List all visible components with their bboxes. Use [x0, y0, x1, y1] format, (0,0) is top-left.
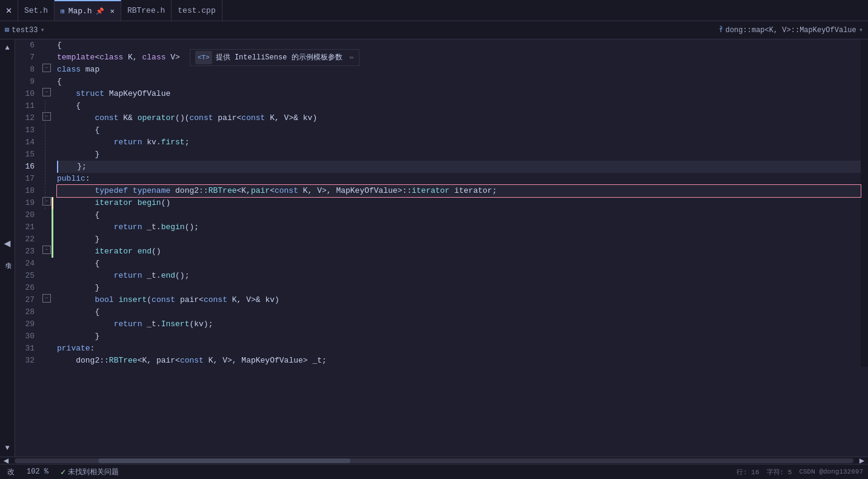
- code-line-14: return kv.first;: [57, 136, 861, 149]
- func-icon: f̄: [719, 26, 723, 34]
- mode-text: 改: [7, 467, 15, 477]
- nav-arrows: ▲ ◀ 个项 ▼: [0, 39, 15, 457]
- code-line-22: }: [57, 233, 861, 246]
- tab-test-cpp[interactable]: test.cpp: [172, 0, 222, 21]
- code-line-28: {: [57, 306, 861, 318]
- code-line-10: struct MapKeyOfValue: [57, 88, 861, 100]
- line-num-11: 11: [15, 100, 39, 112]
- line-num-6: 6: [15, 39, 39, 52]
- status-left: 改 102 % ✓ 未找到相关问题: [5, 467, 121, 477]
- line-num-22: 22: [15, 233, 39, 246]
- sidebar-label: 个项: [3, 257, 12, 260]
- cursor-char: 字符: 5: [767, 467, 792, 477]
- tab-bar: ✕ Set.h ⊞ Map.h 📌 ✕ RBTree.h test.cpp: [0, 0, 868, 21]
- line-num-14: 14: [15, 136, 39, 149]
- code-area: 6 7 8 9 10 11 12 13 14 15 16 17 18 19 20…: [15, 39, 868, 367]
- horizontal-scrollbar[interactable]: ◀ ▶: [0, 457, 868, 464]
- nav-up-arrow[interactable]: ▲: [0, 42, 15, 54]
- code-lines: { template<class K, class V> <T> 提供 Inte…: [55, 39, 861, 367]
- code-line-19: iterator begin(): [57, 197, 861, 209]
- breadcrumb-left: ⊞ test33 ▾: [5, 25, 716, 35]
- problem-status[interactable]: ✓ 未找到相关问题: [58, 467, 121, 477]
- line-num-10: 10: [15, 88, 39, 100]
- scroll-indicator[interactable]: [861, 39, 868, 367]
- close-icon[interactable]: ✕: [110, 7, 115, 16]
- line-num-9: 9: [15, 76, 39, 88]
- collapse-column: − − − − − −: [39, 39, 52, 367]
- sidebar-expand-icon[interactable]: ◀: [4, 236, 11, 250]
- file-icon: ⊞: [5, 25, 9, 35]
- line-num-27: 27: [15, 294, 39, 306]
- breadcrumb-right: f̄ dong::map<K, V>::MapKeyOfValue ▾: [719, 25, 863, 35]
- line-num-12: 12: [15, 112, 39, 124]
- code-line-20: {: [57, 209, 861, 221]
- code-line-17: public:: [57, 173, 861, 185]
- breadcrumb-bar: ⊞ test33 ▾ f̄ dong::map<K, V>::MapKeyOfV…: [0, 21, 868, 39]
- tab-label: Map.h: [68, 7, 92, 16]
- vline-struct2: [45, 124, 45, 161]
- cursor-position: 行: 16: [736, 467, 759, 477]
- line-num-16: 16: [15, 161, 39, 173]
- line-num-24: 24: [15, 258, 39, 270]
- zoom-control[interactable]: 102 %: [24, 467, 51, 476]
- change-bar-19: [52, 209, 53, 221]
- code-line-31: private:: [57, 343, 861, 355]
- check-icon: ✓: [61, 467, 65, 477]
- code-line-32: dong2::RBTree<K, pair<const K, V>, MapKe…: [57, 355, 861, 367]
- line-num-23: 23: [15, 246, 39, 258]
- main-content: ▲ ◀ 个项 ▼ 6 7 8 9 10 11 12 13 14 15 16 17: [0, 39, 868, 457]
- status-right: 行: 16 字符: 5 CSDN @dong132697: [736, 467, 863, 477]
- line-num-15: 15: [15, 149, 39, 161]
- code-editor[interactable]: 6 7 8 9 10 11 12 13 14 15 16 17 18 19 20…: [15, 39, 868, 457]
- tab-label: test.cpp: [178, 6, 215, 15]
- line-num-17: 17: [15, 173, 39, 185]
- line-num-13: 13: [15, 124, 39, 136]
- zoom-value: 102 %: [27, 467, 48, 476]
- tab-rbtree-h[interactable]: RBTree.h: [121, 0, 172, 21]
- breadcrumb-function[interactable]: dong::map<K, V>::MapKeyOfValue: [726, 26, 856, 35]
- code-line-18: typedef typename dong2::RBTree<K,pair<co…: [57, 185, 861, 197]
- code-line-29: return _t.Insert(kv);: [57, 318, 861, 330]
- status-bar: 改 102 % ✓ 未找到相关问题 行: 16 字符: 5 CSDN @dong…: [0, 464, 868, 479]
- change-bar-20: [52, 221, 53, 233]
- line-num-7: 7: [15, 52, 39, 64]
- line-num-29: 29: [15, 318, 39, 330]
- line-num-26: 26: [15, 282, 39, 294]
- code-line-21: return _t.begin();: [57, 221, 861, 233]
- code-line-26: }: [57, 282, 861, 294]
- nav-down-arrow[interactable]: ▼: [0, 442, 15, 454]
- mode-indicator[interactable]: 改: [5, 467, 17, 477]
- pencil-icon[interactable]: ✏: [350, 52, 355, 64]
- code-line-16: };: [57, 161, 861, 173]
- breadcrumb-item-test33[interactable]: test33: [12, 26, 38, 35]
- code-line-6: {: [57, 39, 861, 52]
- code-line-12: const K& operator()(const pair<const K, …: [57, 112, 861, 124]
- tab-map-h[interactable]: ⊞ Map.h 📌 ✕: [55, 0, 121, 21]
- scroll-track[interactable]: [15, 458, 853, 463]
- tab-label: Set.h: [24, 6, 48, 15]
- code-line-13: {: [57, 124, 861, 136]
- pin-icon: 📌: [96, 7, 104, 15]
- code-line-25: return _t.end();: [57, 270, 861, 282]
- tip-tag: <T>: [195, 51, 212, 64]
- scroll-thumb: [98, 458, 350, 463]
- tip-text: 提供 IntelliSense 的示例模板参数: [216, 52, 342, 64]
- line-num-25: 25: [15, 270, 39, 282]
- code-line-7: template<class K, class V> <T> 提供 Intell…: [57, 52, 861, 64]
- line-num-8: 8: [15, 64, 39, 76]
- code-line-23: iterator end(): [57, 246, 861, 258]
- tab-set-h[interactable]: Set.h: [18, 0, 55, 21]
- change-bar-18: [52, 197, 53, 209]
- code-line-27: bool insert(const pair<const K, V>& kv): [57, 294, 861, 306]
- line-num-30: 30: [15, 330, 39, 343]
- close-all-button[interactable]: ✕: [0, 0, 18, 21]
- code-line-11: {: [57, 100, 861, 112]
- code-line-9: {: [57, 76, 861, 88]
- line-num-31: 31: [15, 343, 39, 355]
- tab-label: RBTree.h: [127, 6, 165, 15]
- attribution: CSDN @dong132697: [799, 468, 863, 475]
- code-line-15: }: [57, 149, 861, 161]
- status-message: 未找到相关问题: [68, 467, 119, 477]
- line-num-28: 28: [15, 306, 39, 318]
- code-line-8: class map: [57, 64, 861, 76]
